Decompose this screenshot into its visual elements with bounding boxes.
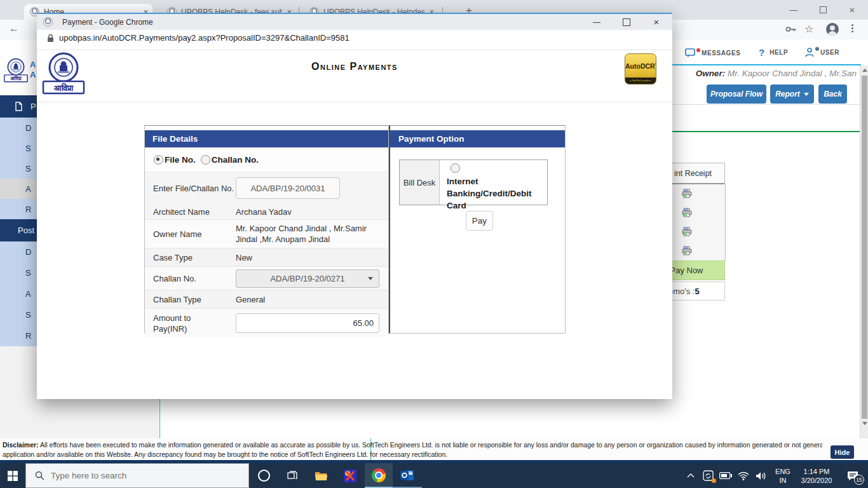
sidebar-item-selected[interactable]: A [0, 179, 37, 200]
file-details-panel: File Details File No. Challan No. Enter … [144, 125, 389, 334]
file-challan-radio-row: File No. Challan No. [145, 147, 388, 172]
page-scrollbar[interactable] [860, 65, 868, 438]
bookmark-star-icon[interactable]: ☆ [804, 23, 813, 35]
proposal-flow-button[interactable]: Proposal Flow [707, 85, 766, 104]
sidebar-item[interactable]: S [0, 304, 37, 326]
payment-option-header: Payment Option [390, 130, 565, 147]
sidebar-section-label: P [31, 102, 36, 111]
message-bubble-icon [685, 48, 696, 58]
tray-volume-button[interactable] [752, 463, 770, 488]
popup-url-bar[interactable]: upobpas.in/AutoDCR.Payments/pay2.aspx?Pr… [37, 30, 672, 46]
menu-dots-icon[interactable] [851, 24, 853, 32]
printer-icon [681, 208, 693, 218]
window-minimize-button[interactable]: — [783, 1, 804, 18]
popup-url: upobpas.in/AutoDCR.Payments/pay2.aspx?Pr… [59, 33, 349, 43]
tray-battery-button[interactable] [717, 463, 735, 488]
profile-avatar[interactable] [826, 23, 839, 36]
key-icon[interactable] [785, 25, 797, 34]
tray-wifi-button[interactable] [735, 463, 752, 488]
tray-expand-button[interactable] [682, 463, 699, 488]
file-no-radio[interactable] [154, 155, 163, 165]
method-line2: Banking/Credit/Debit Card [447, 187, 547, 212]
user-label: USER [820, 49, 839, 56]
battery-icon [719, 472, 732, 479]
pay-button[interactable]: Pay [466, 211, 493, 231]
user-link[interactable]: USER [804, 47, 839, 57]
outlook-taskbar-button[interactable] [393, 463, 422, 488]
billdesk-radio[interactable] [451, 163, 460, 173]
chevron-up-icon [687, 473, 695, 478]
status-dot [815, 47, 819, 51]
amount-input[interactable] [236, 313, 379, 333]
xming-app-button[interactable] [336, 463, 365, 488]
help-label: HELP [770, 49, 788, 56]
file-challan-input[interactable] [236, 177, 340, 199]
sidebar-item[interactable]: A [0, 283, 37, 305]
date: 3/20/2020 [801, 476, 832, 485]
field-label: Challan No. [145, 274, 236, 283]
enter-file-row: Enter File/Challan No. [145, 172, 388, 204]
window-restore-button[interactable] [812, 1, 834, 18]
document-icon [14, 102, 24, 112]
sidebar-item[interactable]: R [0, 199, 37, 220]
sidebar-item[interactable]: S [0, 138, 37, 159]
cortana-button[interactable] [249, 463, 278, 488]
start-button[interactable] [0, 463, 25, 488]
challan-no-radio[interactable] [201, 155, 210, 165]
sidebar-section-post[interactable]: Post [0, 219, 37, 241]
back-button[interactable]: Back [818, 85, 847, 104]
wifi-icon [738, 471, 749, 480]
challan-type-row: Challan Type General [145, 290, 388, 308]
authority-logo: आविप्रा [41, 52, 86, 95]
back-icon[interactable]: ← [9, 23, 19, 34]
printer-icon [681, 227, 693, 237]
logo-text: आविप्रा [10, 75, 22, 81]
scrollbar-thumb[interactable] [862, 76, 867, 419]
select-arrow-icon [368, 277, 373, 280]
hide-button[interactable]: Hide [831, 445, 854, 459]
sidebar-item[interactable]: D [0, 118, 37, 139]
chrome-taskbar-button[interactable] [365, 463, 393, 488]
sidebar-item[interactable]: S [0, 262, 37, 284]
field-label: Challan Type [145, 295, 236, 304]
owner-label: Owner: [696, 69, 726, 78]
owner-name-value: Mr. Kapoor Chand Jindal , Mr.Samir Jinda… [236, 223, 388, 245]
disclaimer-line1: Disclaimer: All efforts have been execut… [3, 440, 822, 449]
popup-close-button[interactable]: × [646, 14, 667, 30]
file-details-header: File Details [145, 130, 388, 147]
search-input[interactable] [50, 470, 211, 481]
window-close-button[interactable]: × [841, 1, 863, 18]
action-center-button[interactable]: 15 [837, 463, 868, 488]
sidebar-section-pre[interactable]: P [0, 95, 37, 118]
task-view-button[interactable] [278, 463, 306, 488]
report-button[interactable]: Report [770, 85, 814, 104]
field-label: Amount to Pay(INR) [145, 313, 221, 334]
desktop: Home × UPOBPS HelpDesk - fees submiss × … [0, 0, 868, 488]
taskbar: ENGIN 1:14 PM3/20/2020 15 [0, 463, 868, 488]
fee-memo-count: 5 [695, 287, 699, 296]
sidebar-section-label: Post [18, 226, 34, 235]
sidebar-item[interactable]: R [0, 325, 37, 347]
autodcr-tagline: a SoftTech product [625, 78, 656, 84]
file-no-radio-label: File No. [165, 155, 196, 165]
popup-title-bar[interactable]: Payment - Google Chrome — × [37, 14, 672, 30]
help-link[interactable]: ? HELP [759, 47, 788, 58]
autodcr-logo: AutoDCR® a SoftTech product [625, 53, 656, 85]
clock[interactable]: 1:14 PM3/20/2020 [796, 463, 837, 488]
challan-type-value: General [236, 295, 388, 304]
popup-minimize-button[interactable]: — [586, 14, 607, 30]
taskbar-search-box[interactable] [25, 463, 249, 488]
popup-maximize-button[interactable] [616, 14, 637, 30]
tray-sync-button[interactable] [699, 463, 717, 488]
language-indicator[interactable]: ENGIN [770, 463, 796, 488]
scroll-up-icon[interactable] [862, 69, 867, 72]
challan-no-select[interactable]: ADA/BP/19-20/0271 [236, 269, 379, 288]
authority-abbr: A [30, 60, 36, 69]
messages-link[interactable]: MESSAGES [685, 48, 740, 58]
case-type-row: Case Type New [145, 248, 388, 266]
sidebar-item[interactable]: D [0, 241, 37, 263]
file-explorer-button[interactable] [306, 463, 336, 488]
x-app-icon [344, 470, 356, 482]
scroll-down-icon[interactable] [862, 422, 867, 425]
sidebar-item[interactable]: S [0, 158, 37, 179]
